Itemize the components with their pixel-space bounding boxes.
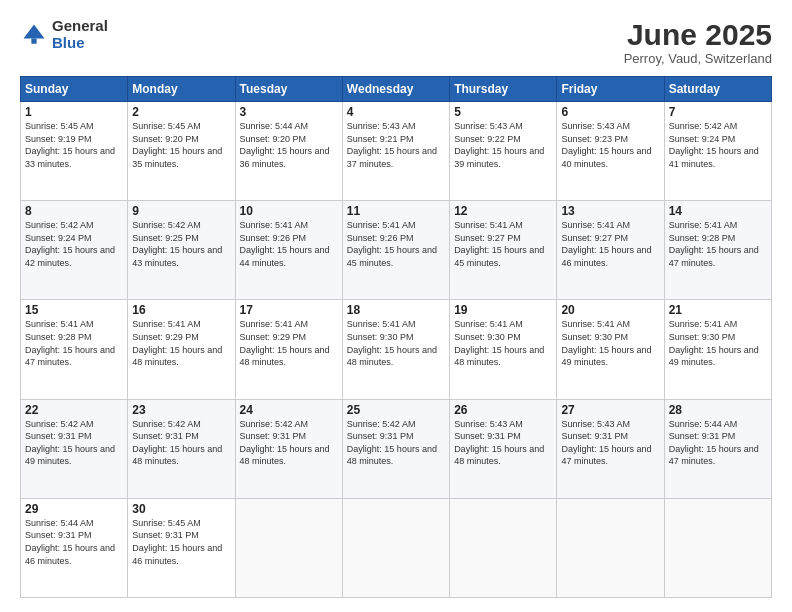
day-number: 7 <box>669 105 767 119</box>
table-row: 28Sunrise: 5:44 AMSunset: 9:31 PMDayligh… <box>664 399 771 498</box>
logo-general: General <box>52 18 108 35</box>
day-info: Sunrise: 5:41 AMSunset: 9:29 PMDaylight:… <box>132 318 230 368</box>
table-row: 6Sunrise: 5:43 AMSunset: 9:23 PMDaylight… <box>557 102 664 201</box>
col-sunday: Sunday <box>21 77 128 102</box>
day-number: 19 <box>454 303 552 317</box>
table-row: 24Sunrise: 5:42 AMSunset: 9:31 PMDayligh… <box>235 399 342 498</box>
day-info: Sunrise: 5:43 AMSunset: 9:23 PMDaylight:… <box>561 120 659 170</box>
day-number: 21 <box>669 303 767 317</box>
table-row: 7Sunrise: 5:42 AMSunset: 9:24 PMDaylight… <box>664 102 771 201</box>
col-wednesday: Wednesday <box>342 77 449 102</box>
day-info: Sunrise: 5:42 AMSunset: 9:24 PMDaylight:… <box>669 120 767 170</box>
day-info: Sunrise: 5:41 AMSunset: 9:30 PMDaylight:… <box>561 318 659 368</box>
table-row: 23Sunrise: 5:42 AMSunset: 9:31 PMDayligh… <box>128 399 235 498</box>
day-info: Sunrise: 5:41 AMSunset: 9:30 PMDaylight:… <box>347 318 445 368</box>
day-number: 26 <box>454 403 552 417</box>
day-number: 23 <box>132 403 230 417</box>
table-row: 5Sunrise: 5:43 AMSunset: 9:22 PMDaylight… <box>450 102 557 201</box>
day-info: Sunrise: 5:43 AMSunset: 9:31 PMDaylight:… <box>561 418 659 468</box>
day-number: 5 <box>454 105 552 119</box>
day-number: 13 <box>561 204 659 218</box>
day-number: 15 <box>25 303 123 317</box>
day-info: Sunrise: 5:41 AMSunset: 9:27 PMDaylight:… <box>561 219 659 269</box>
calendar-table: Sunday Monday Tuesday Wednesday Thursday… <box>20 76 772 598</box>
logo-blue: Blue <box>52 35 108 52</box>
day-number: 12 <box>454 204 552 218</box>
calendar-row: 15Sunrise: 5:41 AMSunset: 9:28 PMDayligh… <box>21 300 772 399</box>
day-info: Sunrise: 5:45 AMSunset: 9:31 PMDaylight:… <box>132 517 230 567</box>
day-info: Sunrise: 5:41 AMSunset: 9:30 PMDaylight:… <box>669 318 767 368</box>
calendar-header-row: Sunday Monday Tuesday Wednesday Thursday… <box>21 77 772 102</box>
day-number: 25 <box>347 403 445 417</box>
table-row: 10Sunrise: 5:41 AMSunset: 9:26 PMDayligh… <box>235 201 342 300</box>
col-thursday: Thursday <box>450 77 557 102</box>
day-info: Sunrise: 5:43 AMSunset: 9:21 PMDaylight:… <box>347 120 445 170</box>
day-info: Sunrise: 5:45 AMSunset: 9:19 PMDaylight:… <box>25 120 123 170</box>
table-row: 30Sunrise: 5:45 AMSunset: 9:31 PMDayligh… <box>128 498 235 597</box>
day-number: 30 <box>132 502 230 516</box>
day-number: 24 <box>240 403 338 417</box>
day-number: 6 <box>561 105 659 119</box>
day-info: Sunrise: 5:44 AMSunset: 9:31 PMDaylight:… <box>669 418 767 468</box>
day-number: 14 <box>669 204 767 218</box>
svg-rect-1 <box>31 38 36 43</box>
day-number: 1 <box>25 105 123 119</box>
day-info: Sunrise: 5:42 AMSunset: 9:31 PMDaylight:… <box>347 418 445 468</box>
table-row: 15Sunrise: 5:41 AMSunset: 9:28 PMDayligh… <box>21 300 128 399</box>
day-info: Sunrise: 5:41 AMSunset: 9:27 PMDaylight:… <box>454 219 552 269</box>
day-info: Sunrise: 5:42 AMSunset: 9:31 PMDaylight:… <box>240 418 338 468</box>
table-row: 27Sunrise: 5:43 AMSunset: 9:31 PMDayligh… <box>557 399 664 498</box>
table-row: 13Sunrise: 5:41 AMSunset: 9:27 PMDayligh… <box>557 201 664 300</box>
table-row: 17Sunrise: 5:41 AMSunset: 9:29 PMDayligh… <box>235 300 342 399</box>
day-number: 4 <box>347 105 445 119</box>
table-row: 1Sunrise: 5:45 AMSunset: 9:19 PMDaylight… <box>21 102 128 201</box>
table-row: 26Sunrise: 5:43 AMSunset: 9:31 PMDayligh… <box>450 399 557 498</box>
col-friday: Friday <box>557 77 664 102</box>
day-number: 17 <box>240 303 338 317</box>
day-info: Sunrise: 5:41 AMSunset: 9:29 PMDaylight:… <box>240 318 338 368</box>
calendar-row: 1Sunrise: 5:45 AMSunset: 9:19 PMDaylight… <box>21 102 772 201</box>
day-number: 11 <box>347 204 445 218</box>
day-number: 28 <box>669 403 767 417</box>
subtitle: Perroy, Vaud, Switzerland <box>624 51 772 66</box>
day-info: Sunrise: 5:43 AMSunset: 9:22 PMDaylight:… <box>454 120 552 170</box>
calendar-row: 8Sunrise: 5:42 AMSunset: 9:24 PMDaylight… <box>21 201 772 300</box>
table-row <box>664 498 771 597</box>
calendar-row: 22Sunrise: 5:42 AMSunset: 9:31 PMDayligh… <box>21 399 772 498</box>
table-row: 21Sunrise: 5:41 AMSunset: 9:30 PMDayligh… <box>664 300 771 399</box>
col-saturday: Saturday <box>664 77 771 102</box>
day-info: Sunrise: 5:44 AMSunset: 9:31 PMDaylight:… <box>25 517 123 567</box>
table-row: 11Sunrise: 5:41 AMSunset: 9:26 PMDayligh… <box>342 201 449 300</box>
day-number: 8 <box>25 204 123 218</box>
table-row: 22Sunrise: 5:42 AMSunset: 9:31 PMDayligh… <box>21 399 128 498</box>
table-row: 14Sunrise: 5:41 AMSunset: 9:28 PMDayligh… <box>664 201 771 300</box>
day-number: 20 <box>561 303 659 317</box>
logo-icon <box>20 21 48 49</box>
logo-text: General Blue <box>52 18 108 51</box>
svg-marker-0 <box>24 24 45 38</box>
day-info: Sunrise: 5:45 AMSunset: 9:20 PMDaylight:… <box>132 120 230 170</box>
page: General Blue June 2025 Perroy, Vaud, Swi… <box>0 0 792 612</box>
day-info: Sunrise: 5:41 AMSunset: 9:26 PMDaylight:… <box>240 219 338 269</box>
day-number: 9 <box>132 204 230 218</box>
table-row: 3Sunrise: 5:44 AMSunset: 9:20 PMDaylight… <box>235 102 342 201</box>
table-row: 12Sunrise: 5:41 AMSunset: 9:27 PMDayligh… <box>450 201 557 300</box>
main-title: June 2025 <box>624 18 772 51</box>
table-row <box>557 498 664 597</box>
header: General Blue June 2025 Perroy, Vaud, Swi… <box>20 18 772 66</box>
table-row: 2Sunrise: 5:45 AMSunset: 9:20 PMDaylight… <box>128 102 235 201</box>
day-number: 22 <box>25 403 123 417</box>
day-info: Sunrise: 5:44 AMSunset: 9:20 PMDaylight:… <box>240 120 338 170</box>
day-info: Sunrise: 5:42 AMSunset: 9:24 PMDaylight:… <box>25 219 123 269</box>
table-row: 9Sunrise: 5:42 AMSunset: 9:25 PMDaylight… <box>128 201 235 300</box>
day-number: 18 <box>347 303 445 317</box>
col-monday: Monday <box>128 77 235 102</box>
table-row: 18Sunrise: 5:41 AMSunset: 9:30 PMDayligh… <box>342 300 449 399</box>
day-info: Sunrise: 5:43 AMSunset: 9:31 PMDaylight:… <box>454 418 552 468</box>
day-number: 2 <box>132 105 230 119</box>
table-row: 25Sunrise: 5:42 AMSunset: 9:31 PMDayligh… <box>342 399 449 498</box>
table-row: 4Sunrise: 5:43 AMSunset: 9:21 PMDaylight… <box>342 102 449 201</box>
table-row: 19Sunrise: 5:41 AMSunset: 9:30 PMDayligh… <box>450 300 557 399</box>
table-row: 16Sunrise: 5:41 AMSunset: 9:29 PMDayligh… <box>128 300 235 399</box>
table-row: 29Sunrise: 5:44 AMSunset: 9:31 PMDayligh… <box>21 498 128 597</box>
